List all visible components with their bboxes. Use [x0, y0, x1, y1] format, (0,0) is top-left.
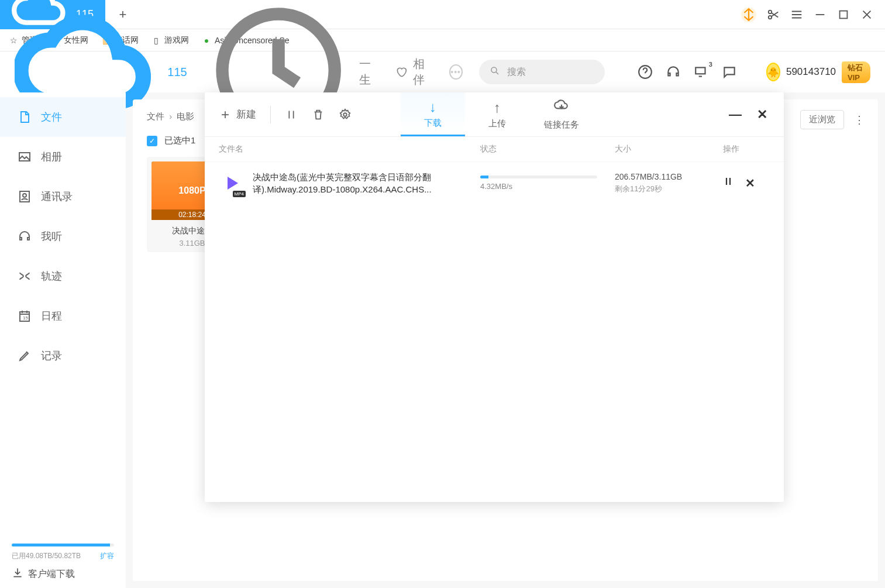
extension-icon[interactable]: [741, 7, 756, 22]
plus-icon: +: [219, 108, 232, 121]
col-filename: 文件名: [219, 144, 480, 154]
link-download-icon: [554, 98, 569, 117]
calendar-icon: 15: [18, 309, 32, 323]
svg-point-12: [343, 113, 347, 116]
download-panel: +新建 ↓下载 ↑上传 链接任务 — ✕ 文件名 状态 大小 操作 MP4 决战…: [205, 92, 784, 502]
task-speed: 4.32MB/s: [480, 182, 615, 191]
task-filename: 决战中途岛(蓝光中英完整双字幕含日语部分翻译).Midway.2019.BD-1…: [253, 171, 480, 195]
download-row[interactable]: MP4 决战中途岛(蓝光中英完整双字幕含日语部分翻译).Midway.2019.…: [205, 162, 784, 204]
col-status: 状态: [480, 144, 615, 154]
avatar: 🐥: [766, 63, 780, 81]
storage-text: 已用49.08TB/50.82TB: [12, 551, 81, 561]
video-file-icon: MP4: [219, 170, 245, 196]
pause-all-button[interactable]: [285, 108, 298, 121]
settings-button[interactable]: [339, 108, 352, 121]
user-id: 590143710: [786, 66, 836, 78]
scissors-icon[interactable]: [767, 8, 780, 21]
heart-icon: [395, 65, 407, 79]
close-icon[interactable]: [860, 8, 873, 21]
app-header: 115 一生 相伴 ••• 搜索 3 🐥 590143710 钻石VIP: [0, 51, 885, 92]
download-icon: ↓: [429, 99, 436, 115]
selected-count: 已选中1: [164, 135, 195, 146]
contact-icon: [18, 190, 32, 204]
minimize-icon[interactable]: [814, 8, 827, 21]
upload-icon: ↑: [494, 99, 501, 116]
progress-bar: [480, 176, 597, 178]
sidebar-item-contacts[interactable]: 通讯录: [0, 177, 126, 216]
select-all-checkbox[interactable]: ✓: [147, 136, 157, 146]
task-remaining: 剩余11分29秒: [615, 184, 723, 194]
devices-icon[interactable]: 3: [694, 64, 709, 80]
delete-button[interactable]: [312, 108, 325, 121]
svg-point-4: [491, 67, 497, 73]
search-placeholder: 搜索: [507, 66, 526, 78]
svg-point-1: [769, 15, 772, 19]
sidebar-item-notes[interactable]: 记录: [0, 336, 126, 376]
close-panel-icon[interactable]: ✕: [757, 107, 767, 122]
task-status: 4.32MB/s: [480, 176, 615, 191]
svg-rect-2: [840, 11, 848, 18]
more-icon[interactable]: ⋮: [852, 114, 866, 126]
recent-browse-button[interactable]: 近浏览: [800, 110, 844, 129]
sidebar-item-calendar[interactable]: 15日程: [0, 296, 126, 336]
search-icon: [490, 66, 500, 78]
search-input[interactable]: 搜索: [479, 60, 605, 84]
svg-rect-6: [695, 67, 705, 74]
task-size: 206.57MB/3.11GB 剩余11分29秒: [615, 172, 723, 194]
download-header: 文件名 状态 大小 操作: [205, 137, 784, 162]
minimize-panel-icon[interactable]: —: [729, 107, 742, 122]
tab-download[interactable]: ↓下载: [401, 92, 465, 136]
route-icon: [18, 269, 32, 283]
sidebar-item-photos[interactable]: 相册: [0, 137, 126, 177]
pencil-icon: [18, 349, 32, 363]
sidebar-item-files[interactable]: 文件: [0, 97, 126, 137]
headphones-icon: [18, 229, 32, 243]
tab-link[interactable]: 链接任务: [529, 92, 594, 136]
col-size: 大小: [615, 144, 723, 154]
sidebar-item-tracks[interactable]: 轨迹: [0, 256, 126, 296]
user-area[interactable]: 🐥 590143710 钻石VIP: [766, 61, 870, 83]
nav-companion[interactable]: 相伴: [395, 56, 433, 88]
crumb-root[interactable]: 文件: [147, 111, 164, 121]
expand-link[interactable]: 扩容: [100, 551, 114, 561]
vip-badge: 钻石VIP: [842, 61, 870, 83]
chat-icon[interactable]: [722, 64, 737, 80]
svg-text:15: 15: [23, 315, 28, 321]
sidebar-bottom: 已用49.08TB/50.82TB扩容 客户端下载: [0, 537, 126, 588]
pause-task-button[interactable]: [723, 176, 734, 190]
svg-point-0: [769, 10, 772, 13]
headphones-icon[interactable]: [666, 64, 681, 80]
help-icon[interactable]: [638, 64, 653, 80]
sidebar: 文件 相册 通讯录 我听 轨迹 15日程 记录 已用49.08TB/50.82T…: [0, 92, 126, 588]
storage-bar: [12, 544, 114, 546]
sidebar-item-listen[interactable]: 我听: [0, 216, 126, 256]
more-icon[interactable]: •••: [449, 64, 463, 80]
cancel-task-button[interactable]: ✕: [745, 176, 755, 190]
image-icon: [18, 150, 32, 164]
tab-upload[interactable]: ↑上传: [465, 92, 529, 136]
file-icon: [18, 110, 32, 124]
crumb-current[interactable]: 电影: [177, 111, 194, 121]
maximize-icon[interactable]: [837, 8, 850, 21]
col-ops: 操作: [723, 144, 770, 154]
new-task-button[interactable]: +新建: [219, 108, 256, 121]
svg-point-9: [23, 194, 26, 197]
download-icon: [12, 567, 23, 581]
client-download[interactable]: 客户端下载: [12, 567, 114, 581]
quality-badge: 1080P: [178, 185, 205, 196]
hamburger-icon[interactable]: [790, 8, 803, 21]
